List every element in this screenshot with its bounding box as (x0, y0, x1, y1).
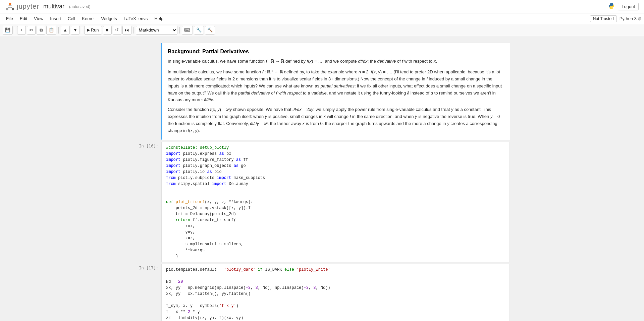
move-down-button[interactable]: ▼ (71, 26, 80, 35)
restart-button[interactable]: ↺ (113, 26, 121, 35)
cell-input-16[interactable]: #constellate: setup_plotly import plotly… (161, 142, 510, 262)
add-cell-button[interactable]: + (17, 26, 26, 35)
cell-type-selector[interactable]: Markdown Code Raw NBConvert (136, 26, 177, 35)
code-cell-17: In [17]: pio.templates.default = 'plotly… (134, 264, 510, 321)
markdown-title-1: Background: Partial Derivatives (168, 49, 503, 55)
run-icon: ▶ (87, 28, 90, 32)
menu-view[interactable]: View (31, 15, 47, 22)
menu-help[interactable]: Help (151, 15, 167, 22)
cell-input-17[interactable]: pio.templates.default = 'plotly_dark' if… (161, 264, 510, 321)
menu-cell[interactable]: Cell (64, 15, 78, 22)
run-label: Run (91, 27, 99, 33)
autosaved-label: (autosaved) (69, 4, 90, 9)
toolbar-separator-3 (82, 27, 82, 34)
toolbar-separator-4 (133, 27, 134, 34)
menu-right: Not Trusted Python 3 (590, 15, 641, 22)
menu-kernel[interactable]: Kernel (78, 15, 98, 22)
cut-cell-button[interactable]: ✂ (27, 26, 36, 35)
menu-widgets[interactable]: Widgets (98, 15, 120, 22)
cell-container: Background: Partial Derivatives In singl… (134, 43, 510, 321)
not-trusted-button[interactable]: Not Trusted (590, 15, 617, 22)
menubar: File Edit View Insert Cell Kernel Widget… (0, 13, 644, 24)
cell-label-17: In [17]: (134, 264, 161, 270)
toolbar-separator-2 (58, 27, 59, 34)
jupyter-logo: jupyter (5, 2, 39, 11)
code-cell-16: In [16]: #constellate: setup_plotly impo… (134, 142, 510, 262)
move-up-button[interactable]: ▲ (61, 26, 70, 35)
menu-edit[interactable]: Edit (16, 15, 31, 22)
main-content: Background: Partial Derivatives In singl… (0, 36, 644, 321)
run-button[interactable]: ▶ Run (84, 26, 102, 35)
cell-label-16: In [16]: (134, 142, 161, 148)
topbar: jupyter multivar (autosaved) Logout (0, 0, 644, 13)
toolbar-separator-1 (15, 27, 15, 34)
python-logo (608, 2, 615, 11)
interrupt-button[interactable]: ■ (103, 26, 112, 35)
svg-point-1 (6, 8, 8, 10)
copy-cell-button[interactable]: ⧉ (37, 26, 45, 35)
notebook-name[interactable]: multivar (43, 3, 64, 10)
markdown-para-1-1: In single-variable calculus, we have som… (168, 58, 503, 65)
jupyter-logo-icon (5, 2, 15, 11)
menu-insert[interactable]: Insert (47, 15, 64, 22)
toolbar: 💾 + ✂ ⧉ 📋 ▲ ▼ ▶ Run ■ ↺ ⏭ Markdown Code … (0, 24, 644, 36)
cell-toolbar-button[interactable]: 🔧 (194, 26, 204, 35)
menu-latex[interactable]: LaTeX_envs (120, 15, 151, 22)
paste-cell-button[interactable]: 📋 (46, 26, 56, 35)
kernel-info: Python 3 (620, 16, 641, 21)
kernel-name: Python 3 (620, 16, 637, 21)
svg-point-2 (12, 8, 14, 10)
menu-file[interactable]: File (3, 15, 16, 22)
toolbar-separator-5 (179, 27, 180, 34)
logout-button[interactable]: Logout (618, 3, 639, 10)
restart-run-button[interactable]: ⏭ (122, 26, 131, 35)
svg-point-0 (9, 2, 11, 5)
keyboard-shortcuts-button[interactable]: ⌨ (182, 26, 193, 35)
kernel-status-icon (638, 17, 641, 20)
jupyter-text: jupyter (17, 3, 39, 10)
markdown-cell-1: Background: Partial Derivatives In singl… (161, 43, 510, 140)
markdown-para-1-2: In multivariable calculus, we have some … (168, 68, 503, 104)
save-button[interactable]: 💾 (3, 26, 13, 35)
more-tools-button[interactable]: 🔨 (205, 26, 215, 35)
markdown-para-1-3: Consider the function f(x, y) = x²y show… (168, 106, 503, 134)
